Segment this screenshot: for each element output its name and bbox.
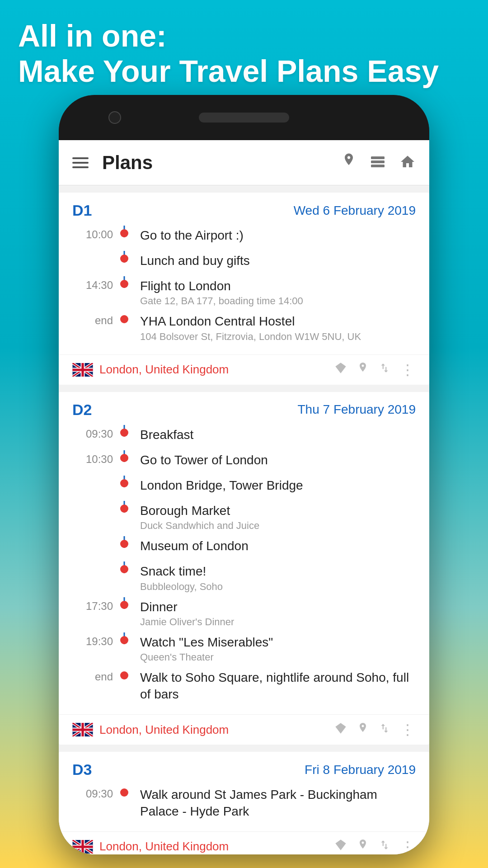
item-title: Walk around St James Park - Buckingham P…	[140, 787, 416, 820]
item-time: 10:00	[72, 226, 113, 241]
item-title: Lunch and buy gifts	[140, 253, 416, 269]
timeline-item: end YHA London Central Hostel 104 Bolsov…	[72, 311, 416, 347]
timeline-item: Lunch and buy gifts	[72, 251, 416, 276]
day-card-D3: D3 Fri 8 February 2019 09:30 Walk around…	[59, 752, 429, 854]
timeline-dot	[120, 429, 128, 437]
more-icon[interactable]: ⋮	[400, 361, 416, 378]
item-title: London Bridge, Tower Bridge	[140, 477, 416, 494]
timeline-item: 09:30 Breakfast	[72, 425, 416, 450]
item-title: Go to the Airport :)	[140, 227, 416, 244]
day-date-D2: Thu 7 February 2019	[298, 402, 416, 417]
item-time	[72, 501, 113, 504]
timeline-D2: 09:30 Breakfast 10:30 Go to Tower of Lon…	[59, 425, 429, 714]
day-footer-D3: London, United Kingdom ⋮	[59, 831, 429, 854]
day-footer-D1: London, United Kingdom ⋮	[59, 354, 429, 385]
timeline-dot	[120, 540, 128, 548]
item-title: Snack time!	[140, 563, 416, 580]
location-label: London, United Kingdom	[99, 840, 334, 854]
more-icon[interactable]: ⋮	[400, 721, 416, 738]
timeline-dot	[120, 315, 128, 323]
timeline-dot	[120, 255, 128, 263]
timeline-D3: 09:30 Walk around St James Park - Buckin…	[59, 785, 429, 831]
item-title: Flight to London	[140, 278, 416, 294]
location-label: London, United Kingdom	[99, 723, 334, 737]
timeline-item: 10:00 Go to the Airport :)	[72, 226, 416, 251]
pin-icon[interactable]	[357, 362, 369, 377]
item-title: YHA London Central Hostel	[140, 313, 416, 330]
timeline-item: Borough Market Duck Sandwhich and Juice	[72, 501, 416, 536]
layers-icon[interactable]	[370, 155, 386, 170]
menu-button[interactable]	[72, 157, 89, 168]
timeline-item: 14:30 Flight to London Gate 12, BA 177, …	[72, 276, 416, 311]
item-time	[72, 561, 113, 564]
timeline-item: 17:30 Dinner Jamie Oliver's Dinner	[72, 597, 416, 632]
item-subtitle: Gate 12, BA 177, boading time 14:00	[140, 295, 416, 307]
timeline-dot	[120, 454, 128, 462]
item-title: Borough Market	[140, 503, 416, 519]
item-title: Museum of London	[140, 538, 416, 554]
item-time: 09:30	[72, 425, 113, 440]
item-time	[72, 536, 113, 539]
svg-rect-2	[371, 165, 385, 167]
day-label-D3: D3	[72, 761, 92, 778]
item-time: 14:30	[72, 276, 113, 292]
item-time	[72, 251, 113, 254]
timeline-dot	[120, 601, 128, 609]
svg-rect-1	[371, 160, 385, 163]
hero-title: All in one: Make Your Travel Plans Easy	[18, 18, 439, 89]
app-bar: Plans	[59, 140, 429, 185]
phone-top-bar	[59, 95, 429, 140]
day-label-D2: D2	[72, 401, 92, 419]
item-title: Walk to Soho Square, nightlife around So…	[140, 670, 416, 703]
swap-icon[interactable]	[379, 362, 390, 377]
phone-shell: Plans D1 Wed 6 February 2019	[59, 95, 429, 854]
item-time: 19:30	[72, 632, 113, 648]
timeline-item: Museum of London	[72, 536, 416, 561]
item-subtitle: Jamie Oliver's Dinner	[140, 616, 416, 628]
timeline-dot	[120, 505, 128, 513]
item-title: Breakfast	[140, 427, 416, 443]
day-date-D3: Fri 8 February 2019	[305, 763, 416, 777]
diamond-icon[interactable]	[334, 722, 347, 738]
timeline-dot	[120, 671, 128, 679]
item-subtitle: Bubbleology, Soho	[140, 581, 416, 593]
timeline-D1: 10:00 Go to the Airport :) Lunch and buy…	[59, 226, 429, 354]
day-card-D2: D2 Thu 7 February 2019 09:30 Breakfast 1…	[59, 392, 429, 745]
item-time: end	[72, 311, 113, 327]
diamond-icon[interactable]	[334, 839, 347, 854]
timeline-dot	[120, 636, 128, 644]
day-card-D1: D1 Wed 6 February 2019 10:00 Go to the A…	[59, 193, 429, 385]
location-icon[interactable]	[342, 152, 356, 173]
pin-icon[interactable]	[357, 839, 369, 854]
timeline-item: 09:30 Walk around St James Park - Buckin…	[72, 785, 416, 824]
app-title: Plans	[102, 152, 342, 174]
pin-icon[interactable]	[357, 722, 369, 738]
item-time: end	[72, 668, 113, 683]
diamond-icon[interactable]	[334, 362, 347, 377]
timeline-dot	[120, 229, 128, 237]
item-title: Dinner	[140, 599, 416, 615]
item-time: 17:30	[72, 597, 113, 613]
location-label: London, United Kingdom	[99, 363, 334, 377]
app-bar-icons	[342, 152, 416, 173]
item-time	[72, 476, 113, 478]
home-icon[interactable]	[399, 154, 416, 172]
day-label-D1: D1	[72, 202, 92, 219]
more-icon[interactable]: ⋮	[400, 838, 416, 854]
item-time: 10:30	[72, 450, 113, 466]
item-subtitle: Queen's Theater	[140, 651, 416, 663]
timeline-item: London Bridge, Tower Bridge	[72, 476, 416, 501]
timeline-item: 19:30 Watch "Les Miserables" Queen's The…	[72, 632, 416, 668]
day-footer-D2: London, United Kingdom ⋮	[59, 714, 429, 745]
item-subtitle: Duck Sandwhich and Juice	[140, 520, 416, 532]
timeline-dot	[120, 565, 128, 573]
phone-speaker	[199, 113, 289, 123]
swap-icon[interactable]	[379, 722, 390, 738]
timeline-dot	[120, 280, 128, 288]
scroll-content[interactable]: D1 Wed 6 February 2019 10:00 Go to the A…	[59, 185, 429, 854]
swap-icon[interactable]	[379, 839, 390, 854]
phone-screen: Plans D1 Wed 6 February 2019	[59, 140, 429, 854]
svg-rect-0	[371, 156, 385, 159]
item-time: 09:30	[72, 785, 113, 800]
timeline-item: 10:30 Go to Tower of London	[72, 450, 416, 476]
